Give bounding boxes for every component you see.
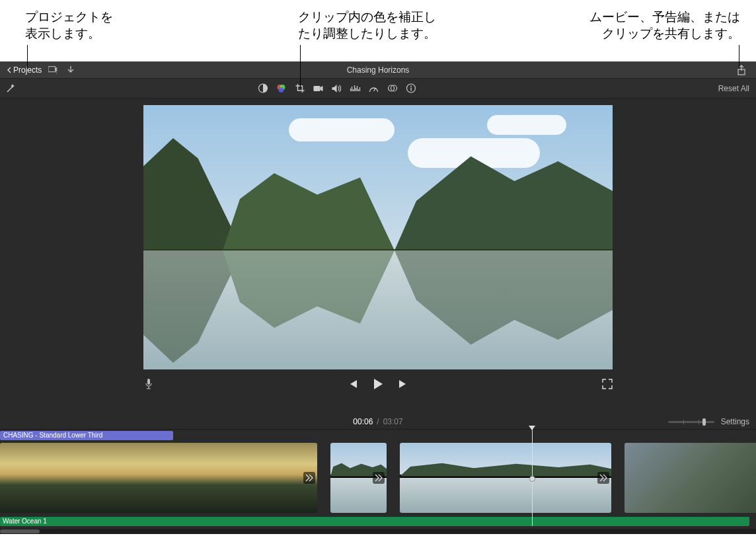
chevron-left-icon (7, 67, 12, 73)
audio-clip[interactable]: Water Ocean 1 (0, 517, 749, 526)
timeline-clip[interactable] (400, 443, 611, 513)
timeline-clip[interactable] (624, 443, 756, 513)
titlebar: Projects Chasing Horizons (0, 61, 756, 79)
svg-point-10 (410, 86, 412, 87)
audio-row: Water Ocean 1 (0, 517, 756, 526)
callout-leader (27, 45, 28, 69)
svg-rect-12 (147, 379, 150, 385)
current-time: 00:06 (353, 417, 373, 426)
skip-back-icon[interactable] (348, 379, 358, 389)
viewer-video[interactable] (143, 105, 613, 369)
import-icon[interactable] (65, 65, 76, 75)
media-library-icon[interactable] (48, 65, 59, 75)
imovie-window: Projects Chasing Horizons (0, 61, 756, 534)
playhead-knob[interactable] (529, 476, 535, 482)
viewer-area (0, 98, 756, 414)
zoom-slider[interactable] (668, 421, 714, 423)
total-duration: 03:07 (383, 417, 403, 426)
reset-all-button[interactable]: Reset All (718, 84, 756, 93)
title-clip[interactable]: CHASING - Standard Lower Third (0, 431, 173, 440)
stabilization-icon[interactable] (313, 83, 324, 94)
fullscreen-icon[interactable] (602, 379, 613, 389)
transport-controls (143, 371, 613, 397)
annotation-layer: プロジェクトを 表示します。 クリップ内の色を補正し たり調整したりします。 ム… (0, 0, 756, 61)
transition-icon[interactable] (597, 472, 609, 484)
color-balance-icon[interactable] (258, 83, 268, 94)
speed-icon[interactable] (369, 83, 379, 94)
transition-icon[interactable] (303, 472, 315, 484)
scrollbar-thumb[interactable] (0, 529, 40, 533)
svg-rect-6 (314, 86, 321, 91)
play-icon[interactable] (373, 379, 383, 389)
color-correction-icon[interactable] (276, 83, 287, 94)
adjust-toolbar: Reset All (0, 79, 756, 98)
zoom-slider-thumb[interactable] (702, 418, 706, 426)
playhead[interactable] (532, 430, 533, 526)
voiceover-mic-icon[interactable] (143, 379, 154, 389)
noise-reduction-icon[interactable] (350, 83, 361, 94)
timeline-clip[interactable] (330, 443, 387, 513)
svg-rect-0 (48, 66, 56, 71)
callout-leader (300, 45, 301, 88)
settings-button[interactable]: Settings (721, 417, 749, 426)
time-separator: / (377, 417, 379, 426)
volume-icon[interactable] (332, 83, 342, 94)
timeline-scrollbar[interactable] (0, 529, 756, 534)
transition-icon[interactable] (373, 472, 385, 484)
callout-projects: プロジェクトを 表示します。 (25, 9, 113, 42)
clip-row (0, 443, 756, 513)
callout-share: ムービー、予告編、または クリップを共有します。 (522, 9, 740, 42)
skip-forward-icon[interactable] (398, 379, 408, 389)
clip-filter-icon[interactable] (387, 83, 398, 94)
callout-color: クリップ内の色を補正し たり調整したりします。 (298, 9, 436, 42)
callout-leader (739, 45, 739, 69)
toolbar-left (0, 83, 16, 94)
project-title: Chasing Horizons (0, 65, 756, 75)
timebar: 00:06 / 03:07 Settings (0, 414, 756, 429)
svg-point-5 (279, 87, 284, 93)
share-icon[interactable] (736, 65, 747, 75)
info-icon[interactable] (406, 83, 416, 94)
timeline[interactable]: CHASING - Standard Lower Third Water Oce… (0, 429, 756, 534)
toolbar-center (340, 83, 416, 94)
time-display: 00:06 / 03:07 (353, 417, 402, 426)
svg-rect-11 (410, 88, 411, 91)
projects-button[interactable]: Projects (7, 65, 42, 75)
timeline-clip[interactable] (0, 443, 317, 513)
enhance-wand-icon[interactable] (5, 83, 16, 94)
titlebar-left: Projects (0, 65, 76, 75)
